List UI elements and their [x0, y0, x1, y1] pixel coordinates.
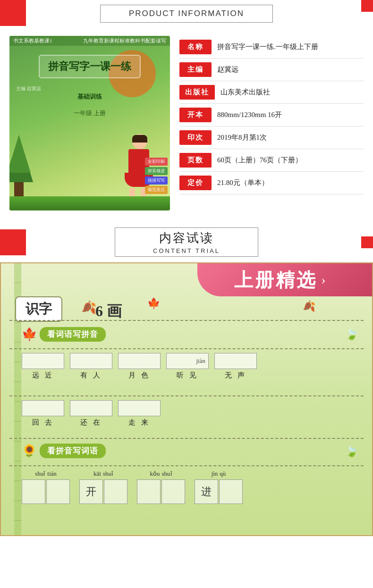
- pinyin-box-haizai: [70, 400, 112, 416]
- content-trial-zh: 内容试读: [159, 230, 214, 246]
- hanzi-zoulai: 走 来: [128, 418, 150, 427]
- content-trial-box: 内容试读 CONTENT TRIAL: [115, 227, 258, 257]
- info-row-print: 印次 2019年8月第1次: [179, 126, 364, 149]
- volume-banner-arrow: ›: [321, 272, 325, 287]
- dotted-line-2: [9, 348, 364, 349]
- volume-banner: 上册精选 ›: [197, 263, 372, 296]
- product-info-header: PRODUCT INFORMATION: [0, 0, 373, 26]
- hanzi-haizai: 还 在: [80, 418, 102, 427]
- value-print: 2019年8月第1次: [217, 133, 364, 142]
- word-boxes-row1: 远 近 有 人 月 色 jiàn 听 见 无 声: [22, 353, 363, 380]
- section2-flower-icon: 🌻: [22, 444, 37, 458]
- label-publisher: 出版社: [179, 85, 215, 100]
- write-boxes-shuitiana: [22, 479, 70, 504]
- pinyin-text-shuitiana: shuǐ tián: [35, 470, 57, 478]
- word-group-zoulai: 走 来: [118, 400, 161, 427]
- pinyin-group-jinqu: jìn qù 进: [195, 470, 243, 504]
- word-group-yuanjin: 远 近: [22, 353, 64, 380]
- value-editor: 赵冀远: [217, 65, 364, 74]
- info-row-price: 定价 21.80元（单本）: [179, 172, 364, 194]
- hanzi-youren: 有 人: [80, 371, 102, 380]
- label-print: 印次: [179, 130, 212, 145]
- word-group-haizai: 还 在: [70, 400, 112, 427]
- label-pages: 页数: [179, 153, 212, 168]
- red-square-left-decoration: [0, 0, 26, 26]
- write-box-shuitiana-1: [22, 479, 45, 504]
- pinyin-grid-row: shuǐ tián kāi shuǐ 开 kǒu shuǐ: [22, 470, 363, 504]
- content-trial-section: 内容试读 CONTENT TRIAL: [0, 220, 373, 262]
- hanzi-wusheng: 无 声: [225, 371, 246, 380]
- info-row-editor: 主编 赵冀远: [179, 59, 364, 81]
- word-boxes-row2: 回 去 还 在 走 来: [22, 400, 363, 427]
- section1-flower-icon: 🍁: [22, 327, 37, 342]
- info-row-name: 名称 拼音写字一课一练.一年级上下册: [179, 36, 364, 59]
- word-group-huiqu: 回 去: [22, 400, 64, 427]
- write-box-jinqu-2: [219, 479, 243, 504]
- hanzi-yuanjin: 远 近: [32, 371, 54, 380]
- green-leaf-right-2: 🍃: [345, 445, 358, 458]
- section1-title: 看词语写拼音: [40, 327, 106, 342]
- label-editor: 主编: [179, 62, 212, 77]
- label-price: 定价: [179, 176, 212, 190]
- word-group-yuese: 月 色: [118, 353, 161, 380]
- dotted-line-4: [9, 438, 364, 439]
- value-pages: 60页（上册）76页（下册）: [217, 156, 364, 165]
- value-name: 拼音写字一课一练.一年级上下册: [217, 42, 364, 51]
- pinyin-box-youren: [70, 353, 112, 369]
- write-box-jinqu-1: 进: [195, 479, 218, 504]
- hanzi-tingjian: 听 见: [177, 371, 198, 380]
- write-box-kaishui-2: [104, 479, 127, 504]
- product-info-table: 名称 拼音写字一课一练.一年级上下册 主编 赵冀远 出版社 山东美术出版社 开本…: [179, 36, 364, 210]
- pinyin-text-jinqu: jìn qù: [212, 470, 226, 478]
- pinyin-group-kaishui: kāi shuǐ 开: [79, 470, 127, 504]
- red-sq-left: [0, 229, 26, 255]
- info-row-publisher: 出版社 山东美术出版社: [179, 81, 364, 104]
- section2-header: 🌻 看拼音写词语: [22, 444, 106, 458]
- label-size: 开本: [179, 108, 212, 122]
- pinyin-box-yuese: [118, 353, 161, 369]
- leaf-deco-3: 🍂: [303, 300, 315, 312]
- green-leaf-right-1: 🍃: [345, 328, 358, 341]
- write-boxes-jinqu: 进: [195, 479, 243, 504]
- book-grade: 一年级 上册: [74, 109, 106, 118]
- value-size: 880mm/1230mm 16开: [217, 110, 364, 119]
- color-badges: 全彩印刷 拼音领进 描描写写 规范美汉: [145, 158, 168, 194]
- pinyin-box-huiqu: [22, 400, 64, 416]
- pinyin-text-koushui: kǒu shuǐ: [150, 470, 172, 478]
- word-group-wusheng: 无 声: [214, 353, 257, 380]
- write-box-kaishui-1: 开: [79, 479, 103, 504]
- hanzi-yuese: 月 色: [128, 371, 150, 380]
- write-boxes-kaishui: 开: [79, 479, 127, 504]
- ground-deco: [9, 196, 170, 210]
- book-cover: 书文系教基教课1 九年教育新课程标准教科书配套读写 拼音写字一课一练 基础训练 …: [9, 36, 170, 210]
- product-section: 书文系教基教课1 九年教育新课程标准教科书配套读写 拼音写字一课一练 基础训练 …: [0, 26, 373, 220]
- volume-banner-text: 上册精选: [234, 267, 317, 293]
- pinyin-box-yuanjin: [22, 353, 64, 369]
- pinyin-box-tingjian: jiàn: [166, 353, 209, 369]
- value-price: 21.80元（单本）: [217, 178, 364, 187]
- label-name: 名称: [179, 40, 212, 54]
- info-row-size: 开本 880mm/1230mm 16开: [179, 104, 364, 126]
- hanzi-huiqu: 回 去: [32, 418, 54, 427]
- info-row-pages: 页数 60页（上册）76页（下册）: [179, 149, 364, 172]
- shizi-badge: 识字: [15, 296, 62, 322]
- value-publisher: 山东美术出版社: [220, 88, 364, 97]
- write-boxes-koushui: [137, 479, 185, 504]
- pinyin-group-koushui: kǒu shuǐ: [137, 470, 185, 504]
- red-sq-right: [361, 236, 373, 248]
- leaf-deco-2: 🍁: [147, 297, 160, 310]
- word-group-tingjian: jiàn 听 见: [166, 353, 209, 380]
- leaf-deco-1: 🍂: [81, 300, 96, 315]
- content-trial-en: CONTENT TRIAL: [153, 247, 220, 254]
- word-group-youren: 有 人: [70, 353, 112, 380]
- dotted-line-5: [9, 465, 364, 466]
- section2-title: 看拼音写词语: [40, 444, 106, 458]
- pinyin-text-kaishui: kāi shuǐ: [93, 470, 113, 478]
- dotted-line-1: [9, 320, 364, 321]
- write-box-shuitiana-2: [46, 479, 70, 504]
- book-cover-title: 拼音写字一课一练: [39, 55, 141, 78]
- pinyin-group-shuitiana: shuǐ tián: [22, 470, 70, 504]
- write-box-koushui-2: [161, 479, 185, 504]
- dotted-line-3: [9, 395, 364, 396]
- book-top-strip: 书文系教基教课1 九年教育新课程标准教科书配套读写: [9, 36, 170, 46]
